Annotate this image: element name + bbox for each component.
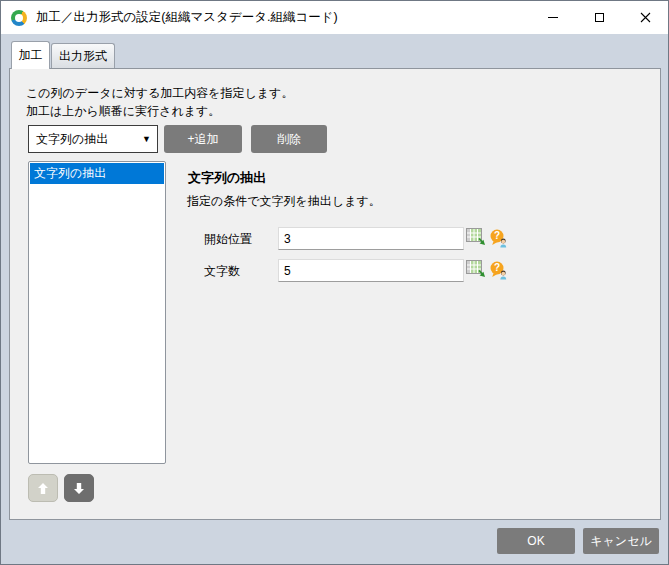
processing-tab-page: この列のデータに対する加工内容を指定します。 加工は上から順番に実行されます。 …: [9, 68, 661, 520]
detail-heading: 文字列の抽出: [188, 169, 266, 187]
tab-processing[interactable]: 加工: [11, 41, 50, 69]
caption-buttons: [530, 1, 668, 34]
svg-text:?: ?: [494, 262, 500, 273]
ok-button[interactable]: OK: [497, 528, 575, 554]
page-description-line2: 加工は上から順番に実行されます。: [26, 102, 293, 120]
close-icon: [640, 12, 651, 23]
delete-button[interactable]: 削除: [251, 125, 327, 153]
char-count-label: 文字数: [204, 263, 240, 280]
page-description-line1: この列のデータに対する加工内容を指定します。: [26, 84, 293, 102]
tab-output-format[interactable]: 出力形式: [51, 43, 115, 69]
help-icon[interactable]: ?: [489, 260, 508, 280]
move-down-button[interactable]: [64, 474, 94, 502]
detail-description: 指定の条件で文字列を抽出します。: [187, 193, 381, 210]
window-title: 加工／出力形式の設定(組織マスタデータ.組織コード): [36, 9, 338, 26]
cancel-button[interactable]: キャンセル: [583, 528, 659, 554]
svg-text:?: ?: [494, 230, 500, 241]
move-up-button[interactable]: [28, 474, 58, 502]
char-count-input[interactable]: [278, 259, 464, 282]
maximize-button[interactable]: [576, 1, 622, 34]
operation-select[interactable]: 文字列の抽出 ▼: [28, 125, 158, 153]
arrow-down-icon: [73, 482, 85, 495]
title-bar: 加工／出力形式の設定(組織マスタデータ.組織コード): [1, 1, 668, 34]
grid-table-icon[interactable]: [466, 228, 486, 247]
app-logo-icon: [11, 10, 27, 26]
operation-listbox[interactable]: 文字列の抽出: [28, 161, 166, 464]
minimize-icon: [548, 17, 558, 18]
add-button[interactable]: +追加: [164, 125, 242, 153]
start-position-input[interactable]: [278, 227, 464, 250]
operation-select-value: 文字列の抽出: [36, 131, 108, 148]
arrow-up-icon: [37, 482, 49, 495]
settings-dialog: 加工／出力形式の設定(組織マスタデータ.組織コード) 加工 出力形式 この列のデ…: [0, 0, 669, 565]
page-description: この列のデータに対する加工内容を指定します。 加工は上から順番に実行されます。: [26, 84, 293, 120]
list-item[interactable]: 文字列の抽出: [30, 163, 164, 184]
maximize-icon: [595, 13, 604, 22]
chevron-down-icon: ▼: [142, 134, 151, 144]
close-button[interactable]: [622, 1, 668, 34]
start-position-label: 開始位置: [204, 231, 252, 248]
grid-table-icon[interactable]: [466, 260, 486, 279]
help-icon[interactable]: ?: [489, 228, 508, 248]
minimize-button[interactable]: [530, 1, 576, 34]
